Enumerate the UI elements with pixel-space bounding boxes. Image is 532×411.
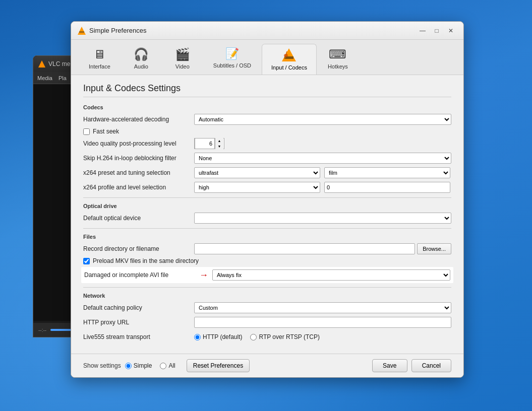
minimize-button[interactable]: —: [416, 26, 429, 36]
tabs-bar: 🖥 Interface 🎧 Audio 🎬 Video 📝 Subtitles …: [71, 40, 463, 75]
simple-preferences-dialog: Simple Preferences — □ ✕ 🖥 Interface 🎧 A…: [71, 21, 464, 378]
tab-video-label: Video: [175, 63, 190, 70]
skip-h264-label: Skip H.264 in-loop deblocking filter: [83, 155, 194, 162]
show-settings-radio-group: Simple All: [125, 362, 182, 369]
live555-radio-group: HTTP (default) RTP over RTSP (TCP): [194, 333, 326, 340]
damaged-avi-select[interactable]: Always fix Ask Never fix: [212, 269, 450, 281]
close-button[interactable]: ✕: [444, 26, 457, 36]
reset-preferences-button[interactable]: Reset Preferences: [187, 359, 250, 372]
simple-radio[interactable]: [125, 363, 132, 369]
dialog-footer: Show settings Simple All Reset Preferenc…: [71, 354, 463, 377]
x264-profile-row: x264 profile and level selection baselin…: [83, 181, 451, 193]
video-quality-spinner[interactable]: ▲ ▼: [194, 138, 224, 149]
rtp-radio-label: RTP over RTSP (TCP): [259, 333, 319, 340]
vlc-time-left: --:--: [38, 327, 46, 333]
skip-h264-select[interactable]: None Non-ref All: [194, 153, 451, 164]
preload-mkv-row: Preload MKV files in the same directory: [83, 257, 451, 264]
show-settings-label: Show settings: [83, 362, 121, 369]
fast-seek-label: Fast seek: [93, 128, 119, 135]
tab-audio[interactable]: 🎧 Audio: [121, 44, 161, 75]
optical-device-row: Default optical device: [83, 212, 451, 224]
section-main-title: Input & Codecs Settings: [83, 83, 451, 97]
rtp-radio[interactable]: [250, 334, 257, 340]
dialog-titlebar: Simple Preferences — □ ✕: [71, 22, 463, 40]
footer-action-buttons: Save Cancel: [372, 359, 451, 372]
skip-h264-row: Skip H.264 in-loop deblocking filter Non…: [83, 152, 451, 164]
caching-policy-label: Default caching policy: [83, 304, 194, 311]
x264-tuning-select[interactable]: film animation grain psnr ssim: [324, 167, 450, 178]
http-proxy-label: HTTP proxy URL: [83, 319, 194, 326]
http-proxy-control: [194, 317, 451, 328]
caching-policy-row: Default caching policy Custom Lowest lat…: [83, 302, 451, 314]
x264-profile-control: baseline main high high10 high422 high44…: [194, 182, 451, 193]
preload-mkv-checkbox[interactable]: [83, 258, 90, 264]
spinner-down-btn[interactable]: ▼: [215, 144, 223, 149]
vlc-cone-icon: [77, 26, 86, 35]
optical-device-select[interactable]: [194, 213, 451, 224]
x264-profile-label: x264 profile and level selection: [83, 184, 194, 191]
caching-policy-select[interactable]: Custom Lowest latency Low latency Normal…: [194, 302, 451, 313]
http-radio-label: HTTP (default): [203, 333, 242, 340]
svg-marker-2: [282, 48, 296, 61]
damaged-avi-control: Always fix Ask Never fix: [212, 269, 450, 281]
hardware-decoding-row: Hardware-accelerated decoding Automatic …: [83, 113, 451, 125]
http-proxy-row: HTTP proxy URL: [83, 316, 451, 328]
damaged-avi-label: Damaged or incomplete AVI file: [84, 271, 195, 279]
tab-hotkeys[interactable]: ⌨ Hotkeys: [318, 44, 358, 75]
tab-interface-label: Interface: [89, 63, 110, 70]
http-proxy-input[interactable]: [194, 317, 451, 328]
tab-subtitles-label: Subtitles / OSD: [213, 62, 251, 68]
svg-marker-0: [78, 27, 86, 35]
maximize-button[interactable]: □: [430, 26, 443, 36]
live555-label: Live555 stream transport: [83, 333, 194, 340]
video-quality-control: ▲ ▼: [194, 138, 451, 149]
vlc-title: VLC me: [48, 60, 70, 67]
tab-input-label: Input / Codecs: [271, 64, 307, 71]
x264-profile-select[interactable]: baseline main high high10 high422 high44…: [194, 182, 320, 193]
preload-mkv-label: Preload MKV files in the same directory: [93, 257, 199, 264]
hardware-decoding-label: Hardware-accelerated decoding: [83, 116, 194, 123]
tab-subtitles[interactable]: 📝 Subtitles / OSD: [204, 44, 261, 75]
fast-seek-row: Fast seek: [83, 128, 451, 135]
svg-point-5: [284, 54, 288, 57]
tab-video[interactable]: 🎬 Video: [162, 44, 203, 75]
svg-rect-1: [79, 31, 84, 33]
record-dir-label: Record directory or filename: [83, 245, 194, 252]
x264-level-input[interactable]: [324, 182, 450, 193]
skip-h264-control: None Non-ref All: [194, 153, 451, 164]
live555-row: Live555 stream transport HTTP (default) …: [83, 331, 451, 343]
cancel-button[interactable]: Cancel: [411, 359, 451, 372]
record-dir-row: Record directory or filename Browse...: [83, 243, 451, 255]
spinner-up-btn[interactable]: ▲: [215, 138, 223, 144]
tab-input-codecs[interactable]: Input / Codecs: [262, 44, 317, 75]
damaged-avi-row: Damaged or incomplete AVI file → Always …: [81, 267, 453, 283]
optical-device-label: Default optical device: [83, 215, 194, 222]
tab-input-icon: [281, 47, 297, 62]
x264-preset-select[interactable]: ultrafast superfast veryfast faster fast…: [194, 167, 320, 178]
x264-preset-control: ultrafast superfast veryfast faster fast…: [194, 167, 451, 178]
video-quality-row: Video quality post-processing level ▲ ▼: [83, 138, 451, 150]
record-dir-input[interactable]: [194, 243, 415, 254]
tab-hotkeys-label: Hotkeys: [328, 63, 348, 70]
menu-media[interactable]: Media: [37, 75, 52, 81]
simple-radio-label: Simple: [134, 362, 152, 369]
video-quality-label: Video quality post-processing level: [83, 140, 194, 147]
caching-policy-control: Custom Lowest latency Low latency Normal…: [194, 302, 451, 313]
x264-preset-label: x264 preset and tuning selection: [83, 169, 194, 176]
http-radio[interactable]: [194, 334, 201, 340]
menu-pla[interactable]: Pla: [58, 75, 67, 81]
live555-control: HTTP (default) RTP over RTSP (TCP): [194, 333, 451, 340]
tab-audio-label: Audio: [134, 63, 148, 70]
dialog-content: Input & Codecs Settings Codecs Hardware-…: [71, 75, 463, 354]
fast-seek-checkbox[interactable]: [83, 128, 90, 135]
save-button[interactable]: Save: [372, 359, 407, 372]
hardware-decoding-select[interactable]: Automatic DirectX VA 2.0 None: [194, 114, 451, 125]
all-radio[interactable]: [160, 363, 166, 369]
optical-drive-section-header: Optical drive: [83, 203, 451, 209]
tab-interface[interactable]: 🖥 Interface: [79, 44, 120, 75]
video-quality-input[interactable]: [195, 138, 215, 149]
network-section-header: Network: [83, 293, 451, 299]
spinner-buttons: ▲ ▼: [215, 138, 223, 149]
browse-button[interactable]: Browse...: [417, 243, 451, 254]
hardware-decoding-control: Automatic DirectX VA 2.0 None: [194, 114, 451, 125]
